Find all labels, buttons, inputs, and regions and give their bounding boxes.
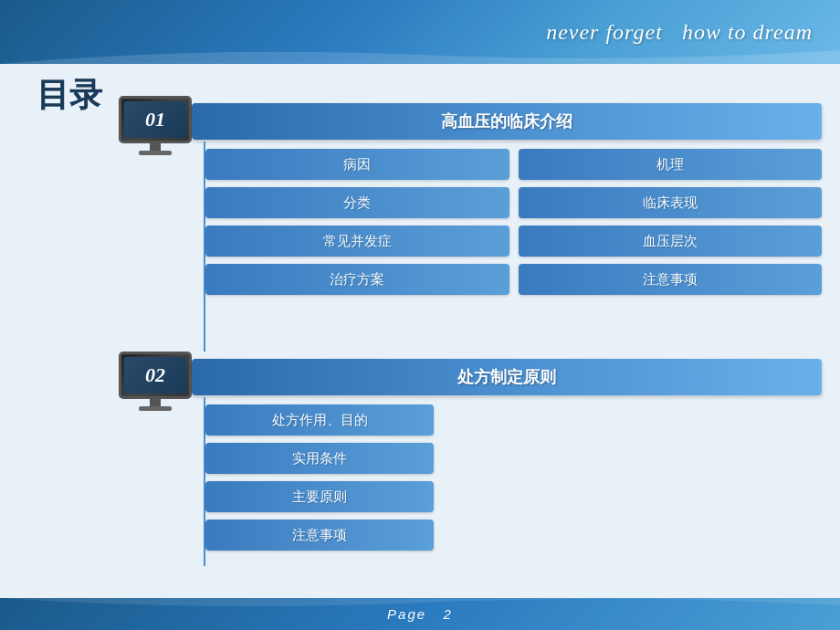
section-02-number: 02 <box>145 363 165 387</box>
sub-item-zhuyi02: 注意事项 <box>205 520 434 551</box>
sub-col-right-2: 临床表现 <box>519 187 823 218</box>
monitor-base-01 <box>139 151 172 155</box>
section-02-header: 处方制定原则 <box>192 359 822 395</box>
sub-item-xueyaceng: 血压层次 <box>519 226 823 257</box>
sub-col-left-3: 常见并发症 <box>205 226 509 257</box>
bottom-bar: Page 2 <box>0 598 840 630</box>
sub-item-bingfa: 常见并发症 <box>205 226 509 257</box>
monitor-screen-02: 02 <box>119 352 192 399</box>
sub-row-1: 病因 机理 <box>205 149 822 180</box>
sub-item-chufang-zhuoyong: 处方作用、目的 <box>205 404 434 436</box>
sub-col-right-4: 注意事项 <box>519 264 823 295</box>
sub-col-right-1: 机理 <box>519 149 823 180</box>
sub-row-3: 常见并发症 血压层次 <box>205 226 822 257</box>
monitor-stand-02 <box>150 399 161 406</box>
sub-row-2: 分类 临床表现 <box>205 187 822 218</box>
section-01-title: 高血压的临床介绍 <box>192 103 822 140</box>
sub-item-zhiliao: 治疗方案 <box>205 264 509 295</box>
banner-text: never forget how to dream <box>546 20 813 45</box>
banner-text-1: never forget <box>546 20 663 44</box>
sub-item-shiyong: 实用条件 <box>205 443 434 474</box>
sub-col-right-3: 血压层次 <box>519 226 823 257</box>
sub-row-4: 治疗方案 注意事项 <box>205 264 822 295</box>
sub-col-left-4: 治疗方案 <box>205 264 509 295</box>
banner-text-2: how to dream <box>682 20 813 44</box>
section-02-title: 处方制定原则 <box>192 359 822 395</box>
monitor-stand-01 <box>150 143 161 151</box>
sub-col-left-1: 病因 <box>205 149 509 180</box>
section-01-header: 高血压的临床介绍 <box>192 103 822 140</box>
monitor-01: 01 <box>119 96 192 155</box>
top-banner: never forget how to dream <box>0 0 840 64</box>
section-01-number: 01 <box>145 108 165 131</box>
sub-item-bingyin: 病因 <box>205 149 509 180</box>
sub-item-fenlei: 分类 <box>205 187 509 218</box>
page-label: Page <box>387 606 426 622</box>
sub-list-02: 处方作用、目的 实用条件 主要原则 注意事项 <box>205 404 434 558</box>
sub-item-jili: 机理 <box>519 149 823 180</box>
main-content: 01 高血压的临床介绍 病因 机理 <box>119 82 822 593</box>
monitor-screen-01: 01 <box>119 96 192 143</box>
sub-item-linchuan: 临床表现 <box>519 187 823 218</box>
sub-item-zhuyi01: 注意事项 <box>519 264 823 295</box>
sub-col-left-2: 分类 <box>205 187 509 218</box>
page-title: 目录 <box>37 73 102 118</box>
sub-grid-01: 病因 机理 分类 临床表现 常见并发症 <box>205 149 822 302</box>
sub-item-zhuyao: 主要原则 <box>205 481 434 512</box>
monitor-02: 02 <box>119 352 192 411</box>
monitor-base-02 <box>139 406 172 411</box>
page-info: Page 2 <box>387 606 453 622</box>
page-number: 2 <box>444 606 453 622</box>
